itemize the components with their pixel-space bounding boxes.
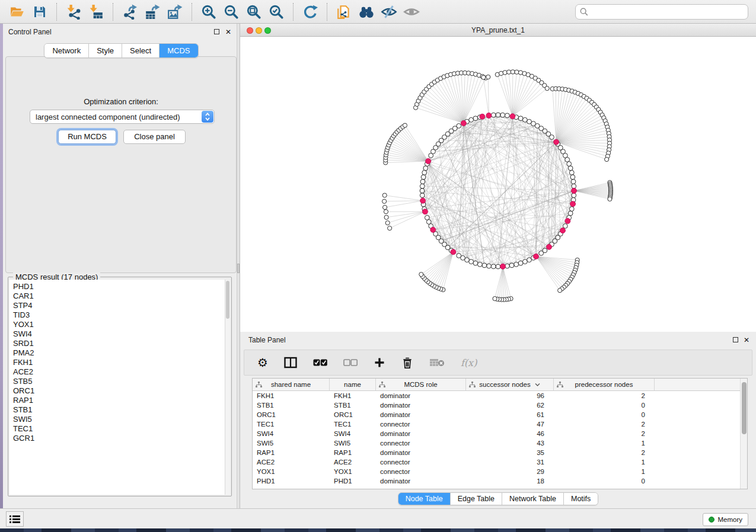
column-header-predecessor-nodes[interactable]: predecessor nodes bbox=[554, 379, 655, 390]
table-cell: SWI5 bbox=[330, 438, 376, 448]
network-window-titlebar[interactable]: YPA_prune.txt_1 bbox=[240, 24, 756, 37]
mcds-result-item[interactable]: RAP1 bbox=[13, 396, 230, 405]
export-network-button[interactable] bbox=[120, 2, 139, 21]
mcds-result-item[interactable]: SRD1 bbox=[13, 339, 230, 348]
mcds-result-item[interactable]: YOX1 bbox=[13, 320, 230, 329]
export-image-button[interactable] bbox=[165, 2, 184, 21]
delete-table-button[interactable] bbox=[429, 358, 445, 367]
close-icon[interactable]: ✕ bbox=[744, 336, 749, 344]
mcds-result-item[interactable]: ACE2 bbox=[13, 367, 230, 377]
mcds-result-item[interactable]: FKH1 bbox=[13, 358, 230, 367]
mcds-result-item[interactable]: PMA2 bbox=[13, 348, 230, 358]
search-input[interactable] bbox=[589, 6, 748, 18]
tab-network-table[interactable]: Network Table bbox=[502, 493, 564, 505]
table-cell: ORC1 bbox=[330, 410, 376, 419]
table-row[interactable]: PHD1PHD1dominator180 bbox=[253, 476, 747, 486]
table-options-button[interactable]: ⚙ bbox=[257, 357, 268, 368]
column-header-MCDS-role[interactable]: MCDS role bbox=[376, 379, 466, 390]
tab-edge-table[interactable]: Edge Table bbox=[451, 493, 502, 505]
open-session-button[interactable] bbox=[8, 2, 27, 21]
save-session-button[interactable] bbox=[30, 2, 49, 21]
export-table-button[interactable] bbox=[143, 2, 162, 21]
table-row[interactable]: RAP1RAP1dominator352 bbox=[253, 448, 747, 457]
function-builder-button[interactable]: f(x) bbox=[461, 357, 477, 368]
table-row[interactable]: ORC1ORC1dominator610 bbox=[253, 410, 747, 419]
network-search-field[interactable] bbox=[575, 4, 748, 20]
mcds-result-item[interactable]: GCR1 bbox=[13, 434, 230, 443]
show-graphics-button[interactable] bbox=[402, 2, 421, 21]
tab-network[interactable]: Network bbox=[44, 44, 89, 57]
result-scrollbar[interactable] bbox=[225, 280, 230, 495]
network-canvas[interactable] bbox=[240, 37, 756, 332]
table-row[interactable]: TEC1TEC1connector472 bbox=[253, 419, 747, 429]
table-row[interactable]: SWI4SWI4dominator462 bbox=[253, 429, 747, 438]
tab-mcds[interactable]: MCDS bbox=[160, 44, 197, 57]
mcds-result-item[interactable]: SWI5 bbox=[13, 415, 230, 424]
tab-select[interactable]: Select bbox=[122, 44, 160, 57]
table-row[interactable]: ACE2ACE2connector311 bbox=[253, 457, 747, 467]
table-cell: SWI4 bbox=[253, 429, 330, 438]
mcds-result-item[interactable]: TEC1 bbox=[13, 424, 230, 434]
zoom-out-button[interactable] bbox=[222, 2, 241, 21]
table-scrollbar[interactable] bbox=[740, 379, 747, 489]
tab-style[interactable]: Style bbox=[89, 44, 122, 57]
close-icon[interactable]: ✕ bbox=[225, 28, 231, 36]
show-column-button[interactable] bbox=[284, 357, 297, 368]
table-row[interactable]: STB1STB1dominator620 bbox=[253, 400, 747, 410]
columns-icon bbox=[284, 357, 297, 368]
hide-graphics-button[interactable] bbox=[379, 2, 398, 21]
import-network-button[interactable] bbox=[64, 2, 83, 21]
table-cell: 2 bbox=[554, 448, 655, 457]
select-stepper-icon bbox=[202, 111, 213, 123]
tab-motifs[interactable]: Motifs bbox=[564, 493, 598, 505]
column-header-successor-nodes[interactable]: successor nodes bbox=[466, 379, 554, 390]
mcds-result-item[interactable]: STB5 bbox=[13, 377, 230, 386]
zoom-selected-button[interactable] bbox=[267, 2, 286, 21]
mcds-result-item[interactable]: STB1 bbox=[13, 405, 230, 415]
criterion-select[interactable]: largest connected component (undirected) bbox=[30, 110, 215, 124]
table-cell: PHD1 bbox=[253, 476, 330, 486]
control-panel: Control Panel ✕ Network Style Select MCD… bbox=[3, 24, 240, 508]
table-cell: dominator bbox=[376, 400, 466, 410]
refresh-button[interactable] bbox=[301, 2, 320, 21]
table-cell: 43 bbox=[466, 438, 554, 448]
add-column-button[interactable] bbox=[374, 357, 385, 368]
plus-icon bbox=[374, 357, 385, 368]
delete-column-button[interactable] bbox=[401, 356, 413, 369]
table-cell: ACE2 bbox=[330, 457, 376, 467]
clone-network-button[interactable] bbox=[334, 2, 353, 21]
table-cell: 0 bbox=[554, 400, 655, 410]
mcds-result-list[interactable]: PHD1CAR1STP4TID3YOX1SWI4SRD1PMA2FKH1ACE2… bbox=[9, 280, 230, 495]
mcds-result-item[interactable]: PHD1 bbox=[13, 282, 230, 291]
select-all-button[interactable] bbox=[313, 359, 327, 366]
import-table-button[interactable] bbox=[87, 2, 106, 21]
deselect-all-button[interactable] bbox=[343, 359, 358, 366]
zoom-fit-button[interactable] bbox=[244, 2, 263, 21]
mcds-result-item[interactable]: SWI4 bbox=[13, 329, 230, 339]
zoom-in-button[interactable] bbox=[199, 2, 218, 21]
float-window-icon[interactable] bbox=[214, 29, 219, 34]
find-button[interactable] bbox=[357, 2, 376, 21]
column-header-shared-name[interactable]: shared name bbox=[253, 379, 330, 390]
mcds-result-item[interactable]: STP4 bbox=[13, 301, 230, 310]
table-row[interactable]: SWI5SWI5connector431 bbox=[253, 438, 747, 448]
mcds-result-item[interactable]: CAR1 bbox=[13, 291, 230, 301]
mcds-result-item[interactable]: ORC1 bbox=[13, 386, 230, 396]
toolbar-separator bbox=[192, 3, 192, 21]
table-cell: FKH1 bbox=[253, 391, 330, 400]
splitter-grip[interactable] bbox=[237, 264, 240, 273]
tab-node-table[interactable]: Node Table bbox=[398, 493, 451, 505]
run-mcds-button[interactable]: Run MCDS bbox=[58, 130, 116, 144]
table-row[interactable]: YOX1YOX1connector291 bbox=[253, 467, 747, 476]
toolbar-separator bbox=[327, 3, 327, 21]
network-view-window: YPA_prune.txt_1 bbox=[240, 24, 756, 332]
close-panel-button[interactable]: Close panel bbox=[123, 130, 186, 144]
mcds-result-item[interactable]: TID3 bbox=[13, 310, 230, 320]
float-window-icon[interactable] bbox=[733, 337, 738, 342]
column-header-name[interactable]: name bbox=[330, 379, 376, 390]
table-cell: RAP1 bbox=[330, 448, 376, 457]
memory-button[interactable]: Memory bbox=[703, 513, 748, 526]
show-panels-button[interactable] bbox=[6, 511, 24, 527]
table-row[interactable]: FKH1FKH1dominator962 bbox=[253, 391, 747, 400]
table-cell: YOX1 bbox=[253, 467, 330, 476]
